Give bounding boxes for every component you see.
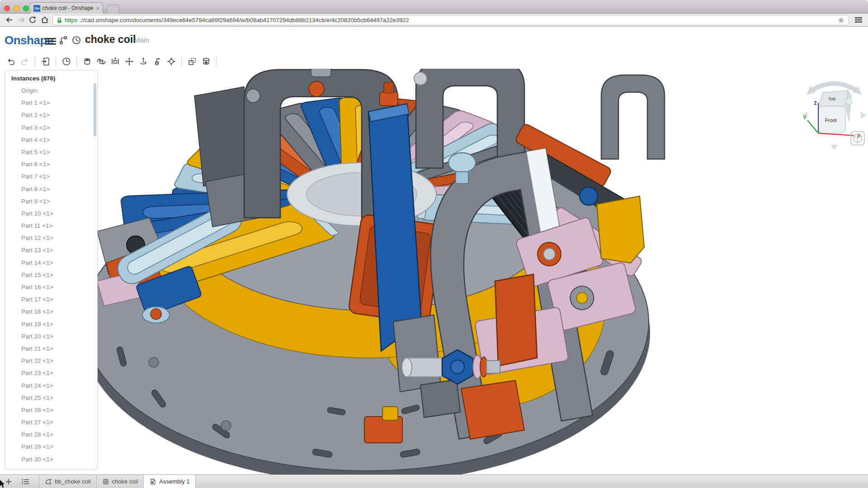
instance-row[interactable]: Part 9 <1>	[5, 195, 97, 207]
chrome-menu-icon[interactable]	[853, 14, 864, 25]
y-axis	[807, 120, 818, 133]
instance-row[interactable]: Part 25 <1>	[5, 392, 97, 404]
planar-mate-icon[interactable]	[122, 55, 136, 67]
instance-row[interactable]: Part 2 <1>	[5, 109, 97, 121]
rotate-right-icon[interactable]	[861, 112, 866, 119]
reload-icon[interactable]	[27, 14, 39, 25]
element-tab-3[interactable]: Assembly 1	[143, 475, 195, 488]
window-minimize-button[interactable]	[14, 5, 19, 11]
url-scheme: https	[65, 17, 77, 23]
versions-branch-icon[interactable]	[59, 35, 69, 47]
instance-row[interactable]: Part 22 <1>	[5, 355, 97, 367]
viewport-3d-model[interactable]	[0, 69, 868, 474]
cube-corner-bump	[846, 98, 852, 104]
undo-icon[interactable]	[4, 55, 18, 67]
main-menu-icon[interactable]	[45, 37, 56, 46]
fastened-mate-icon[interactable]	[80, 55, 94, 67]
instance-row[interactable]: Part 12 <1>	[5, 232, 97, 244]
element-tab-1[interactable]: bb_choke coil	[39, 475, 97, 488]
instance-row[interactable]: Part 18 <1>	[5, 305, 97, 318]
z-axis-label: Z	[814, 100, 817, 106]
instance-row[interactable]: Origin	[5, 84, 97, 97]
onshape-favicon: On	[33, 5, 40, 12]
instance-row[interactable]: Part 5 <1>	[5, 146, 97, 158]
instance-row[interactable]: Part 10 <1>	[5, 207, 97, 220]
slider-mate-icon[interactable]	[108, 55, 122, 67]
element-tabs: bb_choke coilchoke coilAssembly 1	[39, 475, 195, 488]
3d-viewport[interactable]: Instances (876) OriginPart 1 <1>Part 2 <…	[0, 69, 868, 474]
new-tab-button[interactable]	[107, 5, 119, 14]
home-icon[interactable]	[39, 14, 51, 25]
mate-connector-icon[interactable]	[199, 55, 213, 67]
cube-top-label[interactable]: Top	[828, 96, 835, 101]
instance-row[interactable]: Part 7 <1>	[5, 170, 97, 183]
instance-row[interactable]: Part 16 <1>	[5, 281, 97, 293]
instance-row[interactable]: Part 31 <1>	[5, 465, 97, 469]
element-tab-label: choke coil	[112, 478, 138, 485]
part-icon	[102, 478, 109, 485]
window-close-button[interactable]	[4, 5, 10, 11]
element-list-icon[interactable]	[17, 475, 33, 488]
instance-row[interactable]: Part 1 <1>	[5, 97, 97, 109]
browser-navbar: https://cad.onshape.com/documents/349ece…	[0, 14, 868, 27]
bookmark-star-icon[interactable]	[837, 16, 845, 24]
instance-row[interactable]: Part 19 <1>	[5, 318, 97, 330]
instance-row[interactable]: Part 6 <1>	[5, 158, 97, 170]
instances-panel-title: Instances (876)	[5, 70, 97, 84]
element-tab-2[interactable]: choke coil	[96, 475, 144, 488]
named-views-icon[interactable]	[59, 55, 73, 67]
instance-row[interactable]: Part 28 <1>	[5, 428, 97, 441]
workspace-label[interactable]: Main	[134, 36, 149, 44]
revolute-mate-icon[interactable]	[94, 55, 108, 67]
history-clock-icon[interactable]	[71, 35, 81, 47]
instance-row[interactable]: Part 17 <1>	[5, 293, 97, 305]
assembly-toolbar	[0, 54, 868, 69]
instance-row[interactable]: Part 3 <1>	[5, 122, 97, 134]
instance-row[interactable]: Part 15 <1>	[5, 269, 97, 281]
insert-icon[interactable]	[38, 55, 52, 67]
back-icon[interactable]	[4, 14, 15, 25]
toolbar-separator	[76, 57, 77, 66]
part-studio-icon	[45, 478, 52, 485]
rotate-down-icon[interactable]	[830, 145, 838, 150]
instance-row[interactable]: Part 20 <1>	[5, 330, 97, 343]
instance-row[interactable]: Part 24 <1>	[5, 380, 97, 392]
url-text: ://cad.onshape.com/documents/349ece64e57…	[80, 17, 835, 23]
instance-row[interactable]: Part 30 <1>	[5, 453, 97, 465]
instance-row[interactable]: Part 14 <1>	[5, 257, 97, 269]
instances-list: OriginPart 1 <1>Part 2 <1>Part 3 <1>Part…	[5, 84, 97, 469]
instance-row[interactable]: Part 13 <1>	[5, 244, 97, 256]
document-title: choke coil	[85, 33, 136, 46]
iso-cube-icon	[852, 132, 863, 144]
instance-row[interactable]: Part 11 <1>	[5, 220, 97, 232]
toolbar-separator	[35, 57, 35, 66]
forward-icon[interactable]	[15, 14, 27, 25]
ball-mate-icon[interactable]	[164, 55, 178, 67]
instance-row[interactable]: Part 27 <1>	[5, 416, 97, 428]
cube-front-label[interactable]: Front	[825, 117, 837, 123]
instance-row[interactable]: Part 8 <1>	[5, 183, 97, 195]
instance-row[interactable]: Part 23 <1>	[5, 367, 97, 379]
cylindrical-mate-icon[interactable]	[136, 55, 150, 67]
onshape-header: Onshape choke coil Main Share ? ▼ Darren…	[0, 27, 868, 54]
browser-tab[interactable]: On choke coil - Onshape ×	[30, 2, 103, 14]
toolbar-separator	[216, 57, 217, 66]
toolbar-separator	[181, 57, 182, 66]
redo-icon[interactable]	[18, 55, 32, 67]
orbit-arc-icon[interactable]	[810, 84, 858, 91]
mouse-cursor	[0, 480, 6, 488]
instance-row[interactable]: Part 21 <1>	[5, 343, 97, 355]
pin-slot-mate-icon[interactable]	[150, 55, 164, 67]
isometric-view-button[interactable]	[850, 131, 865, 145]
window-zoom-button[interactable]	[23, 5, 29, 11]
group-icon[interactable]	[185, 55, 199, 67]
tab-close-icon[interactable]: ×	[96, 5, 99, 11]
instance-row[interactable]: Part 29 <1>	[5, 441, 97, 453]
instance-row[interactable]: Part 26 <1>	[5, 404, 97, 416]
browser-tab-strip: On choke coil - Onshape ×	[0, 0, 868, 14]
address-bar[interactable]: https://cad.onshape.com/documents/349ece…	[52, 15, 849, 25]
toolbar-separator	[56, 57, 56, 66]
y-axis-label: Y	[803, 115, 807, 120]
instance-row[interactable]: Part 4 <1>	[5, 134, 97, 146]
instances-scrollbar[interactable]	[94, 83, 96, 136]
